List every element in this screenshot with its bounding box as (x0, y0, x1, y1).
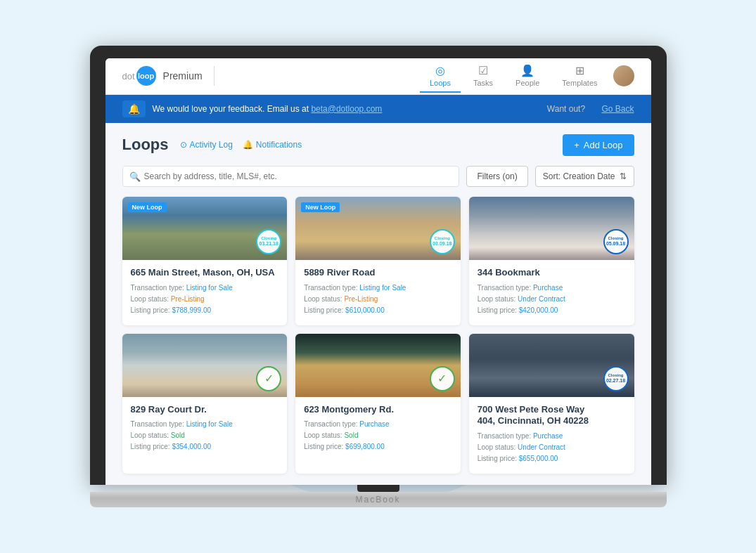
card-image: New LoopClosing03.21.18 (122, 197, 288, 260)
laptop-notch (357, 485, 399, 492)
feedback-email[interactable]: beta@dotloop.com (311, 104, 382, 114)
logo: dotloop (122, 66, 158, 86)
loop-card[interactable]: Closing05.09.18344 BookmarkTransaction t… (469, 197, 634, 325)
loops-icon: ◎ (435, 64, 445, 77)
main-content: Loops ⊙ Activity Log 🔔 Notifications (105, 123, 651, 486)
people-label: People (515, 79, 539, 87)
notification-icon: 🔔 (243, 140, 253, 150)
logo-loop-circle: loop (136, 66, 156, 86)
card-address: 344 Bookmark (478, 267, 626, 279)
listing-price-row: Listing price: $788,999.00 (131, 306, 279, 315)
feedback-banner: 🔔 We would love your feedback. Email us … (105, 95, 651, 123)
done-badge: ✓ (430, 366, 455, 391)
loop-status-row: Loop status: Under Contract (478, 443, 626, 453)
loop-status-row: Loop status: Sold (131, 431, 279, 441)
transaction-type-row: Transaction type: Purchase (478, 431, 626, 441)
user-avatar[interactable] (613, 65, 634, 86)
loop-status-row: Loop status: Under Contract (478, 294, 626, 304)
sort-label: Sort: Creation Date (543, 171, 615, 181)
new-loop-badge: New Loop (128, 202, 167, 212)
tasks-label: Tasks (473, 79, 493, 87)
loop-status-row: Loop status: Sold (304, 431, 452, 441)
card-address: 665 Main Street, Mason, OH, USA (131, 267, 279, 279)
card-address: 829 Ray Court Dr. (131, 404, 279, 416)
add-loop-label: Add Loop (584, 140, 623, 150)
transaction-type-row: Transaction type: Listing for Sale (304, 283, 452, 293)
page-header: Loops ⊙ Activity Log 🔔 Notifications (122, 134, 634, 156)
filters-button[interactable]: Filters (on) (466, 166, 527, 187)
card-image: Closing02.27.18 (469, 334, 634, 397)
card-image: New LoopClosing03.09.18 (295, 197, 461, 260)
loops-label: Loops (430, 79, 451, 87)
page-title: Loops (122, 136, 169, 154)
done-badge: ✓ (256, 366, 281, 391)
laptop-brand: MacBook (355, 495, 400, 505)
loop-card[interactable]: New LoopClosing03.09.185889 River RoadTr… (295, 197, 461, 325)
card-body: 665 Main Street, Mason, OH, USATransacti… (122, 260, 288, 325)
app-container: dotloop Premium ◎ Loops ☑ (105, 58, 651, 486)
search-input-wrap: 🔍 (122, 166, 460, 187)
clock-icon: ⊙ (180, 140, 187, 150)
transaction-type-row: Transaction type: Purchase (478, 283, 626, 293)
card-image: ✓ (122, 334, 288, 397)
templates-label: Templates (562, 79, 597, 87)
sort-button[interactable]: Sort: Creation Date ⇅ (535, 166, 634, 187)
logo-area: dotloop Premium (122, 66, 214, 86)
laptop-frame: dotloop Premium ◎ Loops ☑ (90, 46, 667, 508)
loop-status-row: Loop status: Pre-Listing (304, 294, 452, 304)
logo-dot-text: dot (122, 71, 135, 82)
laptop-base: MacBook (90, 492, 667, 507)
search-bar: 🔍 Filters (on) Sort: Creation Date ⇅ (122, 166, 634, 187)
nav-item-people[interactable]: 👤 People (506, 60, 549, 93)
listing-price-row: Listing price: $699,800.00 (304, 442, 452, 452)
feedback-text: We would love your feedback. Email us at… (153, 104, 540, 114)
nav-item-tasks[interactable]: ☑ Tasks (463, 60, 503, 93)
templates-icon: ⊞ (575, 64, 584, 77)
nav-items: ◎ Loops ☑ Tasks 👤 People (420, 60, 608, 93)
premium-label: Premium (163, 70, 203, 82)
transaction-type-row: Transaction type: Listing for Sale (131, 419, 279, 429)
nav-item-templates[interactable]: ⊞ Templates (552, 60, 607, 93)
card-body: 623 Montgomery Rd.Transaction type: Purc… (295, 397, 461, 462)
loop-card[interactable]: ✓829 Ray Court Dr.Transaction type: List… (122, 334, 288, 474)
listing-price-row: Listing price: $610,000.00 (304, 306, 452, 315)
card-body: 700 West Pete Rose Way 404, Cincinnati, … (469, 397, 634, 474)
closing-badge: Closing03.21.18 (256, 229, 281, 254)
new-loop-badge: New Loop (301, 202, 340, 212)
closing-badge: Closing03.09.18 (430, 229, 455, 254)
nav-item-loops[interactable]: ◎ Loops (420, 60, 461, 93)
screen-inner: dotloop Premium ◎ Loops ☑ (105, 58, 651, 486)
notifications-link[interactable]: 🔔 Notifications (243, 140, 302, 150)
sort-icon: ⇅ (620, 171, 627, 181)
card-body: 5889 River RoadTransaction type: Listing… (295, 260, 461, 325)
transaction-type-row: Transaction type: Purchase (304, 419, 452, 429)
transaction-type-row: Transaction type: Listing for Sale (131, 283, 279, 293)
loops-grid: New LoopClosing03.21.18665 Main Street, … (122, 197, 634, 474)
go-back-link[interactable]: Go Back (601, 104, 634, 114)
search-input[interactable] (122, 166, 460, 187)
closing-badge: Closing05.09.18 (603, 229, 629, 254)
screen-bezel: dotloop Premium ◎ Loops ☑ (90, 46, 667, 486)
card-image: Closing05.09.18 (469, 197, 634, 260)
loop-status-row: Loop status: Pre-Listing (131, 294, 279, 304)
plus-icon: + (574, 140, 579, 150)
listing-price-row: Listing price: $420,000.00 (478, 306, 626, 315)
card-image: ✓ (295, 334, 461, 397)
header-links: ⊙ Activity Log 🔔 Notifications (180, 140, 552, 150)
card-address: 623 Montgomery Rd. (304, 404, 452, 416)
card-body: 344 BookmarkTransaction type: PurchaseLo… (469, 260, 634, 325)
top-navigation: dotloop Premium ◎ Loops ☑ (105, 58, 651, 95)
activity-log-link[interactable]: ⊙ Activity Log (180, 140, 233, 150)
listing-price-row: Listing price: $354,000.00 (131, 442, 279, 452)
card-address: 5889 River Road (304, 267, 452, 279)
bell-icon: 🔔 (122, 100, 146, 117)
loop-card[interactable]: Closing02.27.18700 West Pete Rose Way 40… (469, 334, 634, 474)
loop-card[interactable]: ✓623 Montgomery Rd.Transaction type: Pur… (295, 334, 461, 474)
listing-price-row: Listing price: $655,000.00 (478, 454, 626, 464)
scene: dotloop Premium ◎ Loops ☑ (0, 0, 756, 553)
add-loop-button[interactable]: + Add Loop (563, 134, 634, 156)
loop-card[interactable]: New LoopClosing03.21.18665 Main Street, … (122, 197, 288, 325)
card-address: 700 West Pete Rose Way 404, Cincinnati, … (478, 404, 626, 428)
card-body: 829 Ray Court Dr.Transaction type: Listi… (122, 397, 288, 462)
tasks-icon: ☑ (478, 64, 488, 77)
